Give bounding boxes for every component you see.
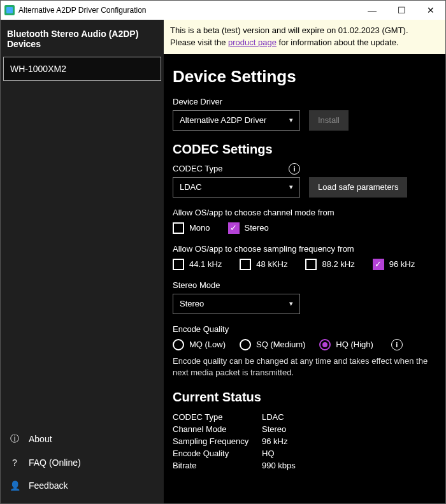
checkbox-label: 96 kHz (389, 259, 415, 269)
mono-checkbox[interactable]: Mono (173, 222, 210, 234)
sidebar: Bluetooth Stereo Audio (A2DP) Devices WH… (1, 20, 164, 503)
checkbox-box (173, 222, 184, 234)
beta-banner: This is a beta (test) version and will e… (164, 20, 445, 54)
window-title: Alternative A2DP Driver Configuration (18, 6, 357, 15)
minimize-button[interactable]: — (357, 1, 387, 20)
encode-hq-radio[interactable]: HQ (High) (319, 339, 373, 350)
device-name: WH-1000XM2 (10, 64, 66, 74)
status-key: CODEC Type (173, 412, 262, 422)
select-value: Stereo (180, 299, 204, 308)
status-key: Bitrate (173, 461, 262, 470)
radio-dot (173, 339, 184, 350)
checkbox-label: 88.2 kHz (322, 259, 354, 269)
load-safe-parameters-button[interactable]: Load safe parameters (309, 177, 407, 198)
checkbox-label: Mono (189, 223, 210, 233)
radio-label: SQ (Medium) (256, 340, 305, 349)
chevron-down-icon: ▾ (289, 116, 293, 124)
sampling-48-checkbox[interactable]: 48 kKHz (240, 259, 287, 270)
maximize-button[interactable]: ☐ (387, 1, 416, 20)
radio-label: HQ (High) (336, 340, 373, 349)
info-icon: ⓘ (10, 433, 20, 445)
radio-dot (319, 339, 331, 350)
status-key: Encode Quality (173, 449, 262, 458)
sampling-44-checkbox[interactable]: 44.1 kHz (173, 259, 222, 270)
device-list-item[interactable]: WH-1000XM2 (3, 57, 161, 81)
channel-mode-label: Allow OS/app to choose channel mode from (173, 208, 436, 217)
codec-type-label: CODEC Type (173, 164, 223, 173)
status-value: 96 kHz (262, 436, 287, 446)
banner-line1: This is a beta (test) version and will e… (170, 25, 439, 37)
button-label: Install (318, 115, 340, 125)
sidebar-link-label: FAQ (Online) (29, 457, 81, 468)
status-row: Encode QualityHQ (173, 447, 436, 459)
stereo-mode-label: Stereo Mode (173, 280, 436, 290)
status-key: Channel Mode (173, 424, 262, 434)
titlebar: Alternative A2DP Driver Configuration — … (1, 1, 445, 20)
checkbox-label: Stereo (245, 223, 269, 233)
status-row: Sampling Frequency96 kHz (173, 435, 436, 447)
chevron-down-icon: ▾ (289, 183, 293, 191)
question-icon: ? (10, 457, 20, 468)
device-driver-label: Device Driver (173, 97, 436, 106)
sidebar-link-label: About (29, 434, 52, 444)
stereo-checkbox[interactable]: Stereo (228, 222, 269, 234)
banner-text: for information about the update. (277, 38, 399, 47)
status-value: 990 kbps (262, 461, 296, 470)
codec-type-select[interactable]: LDAC ▾ (173, 177, 300, 198)
checkbox-label: 48 kKHz (256, 259, 287, 269)
product-page-link[interactable]: product page (228, 38, 277, 47)
chevron-down-icon: ▾ (289, 299, 293, 308)
select-value: Alternative A2DP Driver (180, 115, 266, 125)
close-button[interactable]: ✕ (416, 1, 445, 20)
encode-sq-radio[interactable]: SQ (Medium) (240, 339, 305, 350)
radio-dot (240, 339, 251, 350)
status-value: LDAC (262, 412, 284, 422)
encode-mq-radio[interactable]: MQ (Low) (173, 339, 226, 350)
sidebar-link-feedback[interactable]: 👤 Feedback (1, 474, 164, 497)
status-row: Channel ModeStereo (173, 423, 436, 435)
status-row: CODEC TypeLDAC (173, 411, 436, 423)
info-icon[interactable]: i (391, 339, 403, 350)
status-value: HQ (262, 449, 275, 458)
button-label: Load safe parameters (318, 182, 398, 192)
sampling-label: Allow OS/app to choose sampling frequenc… (173, 244, 436, 254)
sidebar-link-label: Feedback (29, 480, 68, 491)
app-icon (4, 5, 15, 15)
encode-quality-label: Encode Quality (173, 324, 436, 334)
current-status-heading: Current Status (173, 390, 436, 405)
info-icon[interactable]: i (289, 163, 300, 175)
checkbox-label: 44.1 kHz (189, 259, 222, 269)
install-button[interactable]: Install (309, 110, 349, 131)
checkbox-box (173, 259, 184, 270)
encode-quality-hint: Encode quality can be changed at any tim… (173, 356, 436, 378)
status-table: CODEC TypeLDAC Channel ModeStereo Sampli… (173, 411, 436, 472)
sidebar-link-faq[interactable]: ? FAQ (Online) (1, 451, 164, 474)
feedback-icon: 👤 (10, 480, 20, 491)
checkbox-box (240, 259, 251, 270)
sidebar-link-about[interactable]: ⓘ About (1, 427, 164, 451)
select-value: LDAC (180, 182, 202, 192)
stereo-mode-select[interactable]: Stereo ▾ (173, 294, 300, 314)
status-row: Bitrate990 kbps (173, 459, 436, 472)
radio-label: MQ (Low) (189, 340, 226, 349)
status-key: Sampling Frequency (173, 436, 262, 446)
checkbox-box (373, 259, 384, 270)
status-value: Stereo (262, 424, 286, 434)
checkbox-box (228, 222, 240, 234)
device-driver-select[interactable]: Alternative A2DP Driver ▾ (173, 110, 300, 131)
checkbox-box (305, 259, 317, 270)
banner-text: Please visit the (170, 38, 228, 47)
sampling-96-checkbox[interactable]: 96 kHz (373, 259, 415, 270)
page-title: Device Settings (173, 67, 436, 87)
sidebar-header: Bluetooth Stereo Audio (A2DP) Devices (1, 20, 164, 57)
codec-settings-heading: CODEC Settings (173, 142, 436, 157)
sampling-88-checkbox[interactable]: 88.2 kHz (305, 259, 354, 270)
